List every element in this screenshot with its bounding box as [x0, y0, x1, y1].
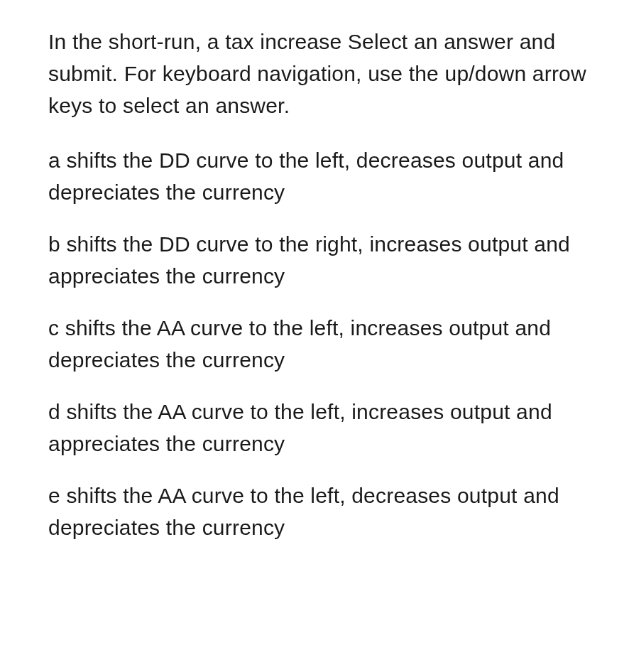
option-b-text: b shifts the DD curve to the right, incr…: [48, 232, 570, 288]
option-a[interactable]: a shifts the DD curve to the left, decre…: [48, 144, 601, 208]
option-e-text: e shifts the AA curve to the left, decre…: [48, 484, 559, 539]
option-d[interactable]: d shifts the AA curve to the left, incre…: [48, 396, 601, 460]
option-b[interactable]: b shifts the DD curve to the right, incr…: [48, 228, 601, 292]
option-c[interactable]: c shifts the AA curve to the left, incre…: [48, 312, 601, 376]
option-c-text: c shifts the AA curve to the left, incre…: [48, 316, 551, 372]
option-a-text: a shifts the DD curve to the left, decre…: [48, 148, 564, 204]
option-e[interactable]: e shifts the AA curve to the left, decre…: [48, 479, 601, 543]
option-d-text: d shifts the AA curve to the left, incre…: [48, 400, 552, 455]
question-prompt: In the short-run, a tax increase Select …: [48, 26, 601, 121]
